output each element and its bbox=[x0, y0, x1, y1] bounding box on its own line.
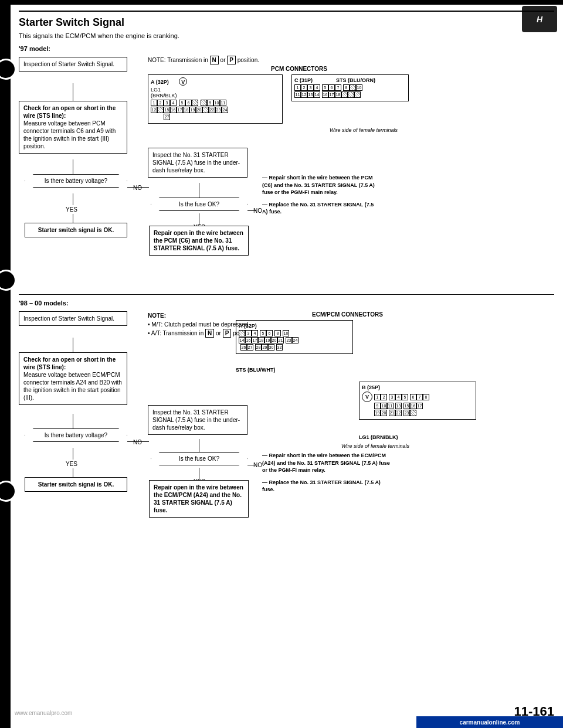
vline-inspect-97 bbox=[199, 183, 199, 198]
battery-diamond-98: Is there battery voltage? bbox=[25, 428, 127, 442]
yes-label-98: YES bbox=[66, 461, 77, 467]
hline-no2-97 bbox=[247, 210, 256, 211]
battery-diamond-97: Is there battery voltage? bbox=[25, 174, 127, 188]
page: H Starter Switch Signal This signals the… bbox=[0, 0, 563, 728]
vline4-98 bbox=[73, 468, 73, 477]
title-divider bbox=[19, 11, 554, 12]
vline-inspect-98 bbox=[199, 439, 199, 452]
repair-open-98: Repair open in the wire between the ECM/… bbox=[149, 480, 249, 518]
sts-label-98: STS (BLU/WHT) bbox=[236, 367, 276, 373]
hline-from-no-98 bbox=[142, 441, 149, 442]
ecm-conn-title-98: ECM/PCM CONNECTORS bbox=[312, 311, 383, 318]
hline-no-97 bbox=[127, 187, 142, 188]
main-content: Starter Switch Signal This signals the E… bbox=[13, 5, 563, 728]
vline1-98 bbox=[73, 338, 73, 352]
note-97: NOTE: Transmission in N or P position. bbox=[148, 57, 429, 63]
vline-yes-fuse-97 bbox=[199, 213, 199, 225]
vline2-97 bbox=[73, 159, 73, 174]
left-binding-strip bbox=[0, 0, 11, 728]
fuse-ok-diamond-98: Is the fuse OK? bbox=[151, 452, 247, 465]
repair-notes-98: — Repair short in the wire between the E… bbox=[262, 452, 391, 494]
inspect-fuse-97: Inspect the No. 31 STARTER SIGNAL (7.5 A… bbox=[148, 148, 247, 178]
model-97-label: '97 model: bbox=[19, 45, 554, 52]
fuse-ok-diamond-97: Is the fuse OK? bbox=[151, 198, 247, 211]
top-bar bbox=[0, 0, 563, 5]
conn-c-97: C (31P) STS (BLU/ORN) 1234 567 8 10 1112… bbox=[291, 74, 409, 101]
vline3-97 bbox=[73, 193, 73, 205]
section-97: Inspection of Starter Switch Signal. Che… bbox=[19, 57, 555, 285]
conn-a-98: A (32P) 34 56 8 10 14 161718192021 2324 bbox=[236, 320, 353, 354]
bottom-brand-text: carmanualonline.com bbox=[460, 719, 520, 726]
wire-side-97: Wire side of female terminals bbox=[330, 127, 398, 133]
yes-label-97: YES bbox=[66, 206, 77, 213]
inspect-fuse-98: Inspect the No. 31 STARTER SIGNAL (7.5 A… bbox=[148, 405, 247, 435]
repair-open-97: Repair open in the wire between the PCM … bbox=[149, 226, 249, 256]
hline-no2-98 bbox=[247, 465, 256, 465]
wire-side-98: Wire side of female terminals bbox=[341, 443, 409, 449]
conn-b-98: B (25P) V 12 345 678 91011 13 bbox=[359, 382, 476, 420]
lg1-label-98: LG1 (BRN/BLK) bbox=[359, 434, 398, 440]
no-label-1-98: NO bbox=[133, 439, 142, 445]
page-subtitle: This signals the ECM/PCM when the engine… bbox=[19, 32, 554, 39]
hline-from-no-97 bbox=[142, 187, 149, 188]
bottom-brand-strip: carmanualonline.com bbox=[416, 716, 563, 728]
check-box-97: Check for an open or short in the wire (… bbox=[19, 101, 127, 154]
page-title: Starter Switch Signal bbox=[19, 16, 554, 29]
inspect-box-98: Inspection of Starter Switch Signal. bbox=[19, 311, 127, 326]
pcm-conn-title-97: PCM CONNECTORS bbox=[271, 66, 327, 72]
section-98: Inspection of Starter Switch Signal. Che… bbox=[19, 311, 555, 557]
conn-a-97: A (32P) V LG1(BRN/BLK) 1234 56 91011 bbox=[148, 74, 283, 124]
ok-box-97: Starter switch signal is OK. bbox=[25, 223, 127, 237]
repair-notes-97: — Repair short in the wire between the P… bbox=[262, 174, 379, 216]
model-98-label: '98 – 00 models: bbox=[19, 300, 554, 307]
section-divider bbox=[19, 294, 554, 295]
vline-yes-fuse-98 bbox=[199, 468, 199, 479]
no-label-1-97: NO bbox=[133, 185, 142, 191]
ok-box-98: Starter switch signal is OK. bbox=[25, 477, 127, 492]
vline4-97 bbox=[73, 214, 73, 223]
vline3-98 bbox=[73, 448, 73, 460]
inspect-box-97: Inspection of Starter Switch Signal. bbox=[19, 57, 127, 72]
vline1-97 bbox=[73, 83, 73, 101]
hline-no-98 bbox=[127, 441, 142, 442]
vline2-98 bbox=[73, 414, 73, 428]
check-box-98: Check for an open or short in the wire (… bbox=[19, 352, 127, 405]
watermark: www.emanualpro.com bbox=[15, 710, 72, 716]
